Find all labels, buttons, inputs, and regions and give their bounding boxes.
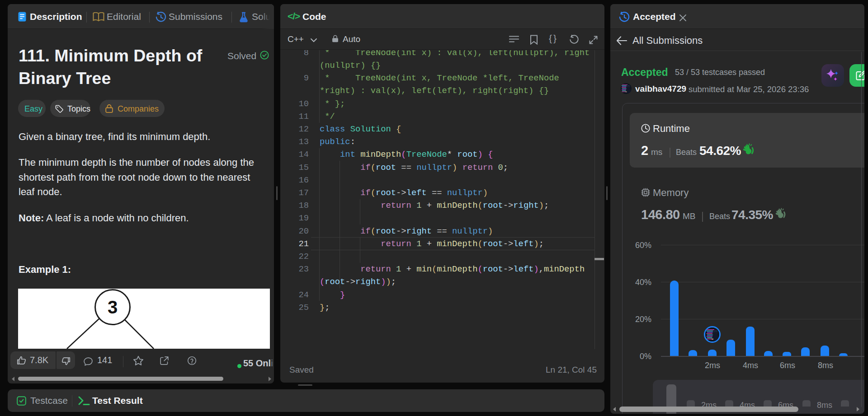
svg-text:3: 3 (108, 297, 118, 317)
